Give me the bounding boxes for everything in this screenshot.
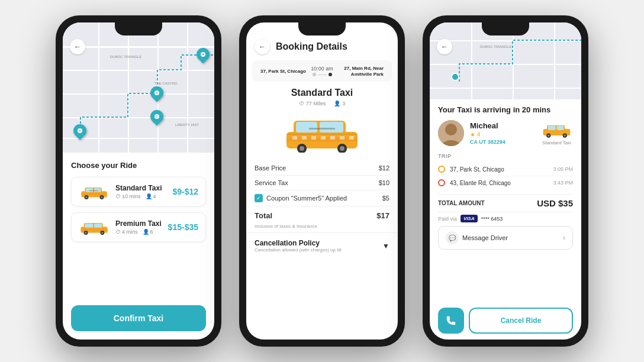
svg-rect-33 bbox=[321, 136, 326, 140]
call-button[interactable] bbox=[438, 308, 464, 334]
standard-taxi-car bbox=[79, 183, 110, 200]
svg-point-46 bbox=[548, 134, 550, 137]
driver-card: Micheal ★ 4 CA UT 382294 bbox=[438, 120, 573, 146]
svg-point-17 bbox=[101, 232, 103, 234]
svg-rect-12 bbox=[85, 224, 93, 228]
phone-1-notch bbox=[115, 22, 162, 35]
cancel-policy-chevron: ▼ bbox=[382, 242, 389, 250]
route-time: 10:00 am bbox=[311, 66, 333, 72]
msg-driver-chevron: › bbox=[563, 234, 565, 242]
premium-taxi-item[interactable]: Premium Taxi ⏱ 4 mins 👤 6 $1 bbox=[71, 212, 206, 242]
phone-3-inner: DUBOC TRIANGLE ← Your Taxi is arriving i… bbox=[430, 22, 581, 340]
svg-rect-29 bbox=[286, 134, 358, 135]
phone-2: ← Booking Details 37, Park St, Chicago 1… bbox=[239, 15, 405, 347]
svg-rect-34 bbox=[330, 136, 335, 140]
map-background: DUBOC TRIANGLE LIBERTY HIST THE CASTRO 1… bbox=[63, 22, 214, 153]
driver-taxi-img: Standard Taxi bbox=[540, 121, 573, 146]
taxi-car-display bbox=[246, 111, 398, 153]
svg-rect-42 bbox=[548, 125, 556, 130]
pricing-total: Total $17 bbox=[255, 206, 389, 224]
cancel-policy: Cancellation Policy Cancellation allowed… bbox=[246, 232, 398, 256]
premium-taxi-info: Premium Taxi ⏱ 4 mins 👤 6 bbox=[110, 219, 168, 235]
svg-point-7 bbox=[101, 196, 102, 198]
coupon-check-icon: ✓ bbox=[255, 194, 263, 202]
svg-rect-21 bbox=[296, 122, 317, 132]
confirm-taxi-button[interactable]: Confirm Taxi bbox=[71, 305, 206, 331]
svg-rect-18 bbox=[80, 229, 107, 231]
phone-3: DUBOC TRIANGLE ← Your Taxi is arriving i… bbox=[423, 15, 588, 347]
arriving-text: Your Taxi is arriving in 20 mins bbox=[438, 105, 573, 114]
standard-taxi-item[interactable]: Standard Taxi ⏱ 10 mins 👤 4 bbox=[71, 177, 206, 206]
premium-taxi-car bbox=[79, 219, 110, 235]
pricing-base-price: Base Price $12 bbox=[255, 161, 389, 176]
svg-rect-43 bbox=[557, 125, 564, 130]
standard-taxi-price: $9-$12 bbox=[172, 187, 198, 196]
svg-point-25 bbox=[300, 146, 304, 151]
phone-3-notch bbox=[482, 22, 529, 35]
total-section: TOTAL AMOUNT USD $35 bbox=[438, 194, 573, 212]
svg-rect-28 bbox=[309, 128, 335, 130]
driver-info: Micheal ★ 4 CA UT 382294 bbox=[470, 121, 534, 145]
pricing-service-tax: Service Tax $10 bbox=[255, 176, 389, 190]
svg-rect-32 bbox=[311, 136, 316, 140]
bottom-actions: Cancel Ride bbox=[430, 308, 581, 340]
pricing-table: Base Price $12 Service Tax $10 ✓ Coupon … bbox=[246, 161, 398, 224]
premium-taxi-price: $15-$35 bbox=[168, 222, 198, 232]
svg-rect-9 bbox=[89, 190, 98, 191]
message-icon: 💬 bbox=[446, 231, 459, 244]
dropoff-icon bbox=[438, 179, 445, 186]
svg-rect-30 bbox=[292, 136, 297, 140]
driver-avatar bbox=[438, 120, 464, 146]
card-number: **** 6453 bbox=[481, 216, 503, 222]
tracking-map-pin bbox=[451, 73, 459, 81]
phone-2-inner: ← Booking Details 37, Park St, Chicago 1… bbox=[246, 22, 398, 340]
svg-point-6 bbox=[85, 196, 87, 198]
svg-rect-3 bbox=[94, 188, 101, 192]
svg-point-16 bbox=[85, 232, 86, 234]
svg-rect-8 bbox=[81, 193, 107, 195]
route-to: 27, Main Rd, Near Amitiville Park bbox=[338, 65, 384, 77]
svg-rect-13 bbox=[94, 224, 102, 228]
message-driver-btn[interactable]: 💬 Message Driver › bbox=[438, 226, 573, 250]
phone-1-back-btn[interactable]: ← bbox=[70, 39, 85, 54]
booking-title: Booking Details bbox=[276, 41, 347, 52]
svg-rect-22 bbox=[320, 122, 343, 132]
svg-point-38 bbox=[445, 124, 457, 135]
phone-2-back-btn[interactable]: ← bbox=[255, 39, 270, 54]
phone-2-notch bbox=[298, 22, 346, 35]
svg-point-47 bbox=[564, 134, 566, 137]
taxi-showcase: Standard Taxi ⏱ 77 Miles 👤 3 bbox=[246, 82, 398, 161]
payment-row: Paid via VISA **** 6453 bbox=[438, 215, 573, 222]
pricing-coupon: ✓ Coupon "Summer5" Applied $5 bbox=[255, 190, 389, 206]
phones-container: DUBOC TRIANGLE LIBERTY HIST THE CASTRO 1… bbox=[0, 4, 644, 358]
pickup-icon bbox=[438, 166, 445, 173]
trip-stop-pickup: 37, Park St, Chicago 3:05 PM bbox=[438, 163, 573, 176]
phone-1: DUBOC TRIANGLE LIBERTY HIST THE CASTRO 1… bbox=[56, 15, 221, 347]
visa-logo: VISA bbox=[461, 215, 478, 222]
svg-rect-31 bbox=[302, 136, 307, 140]
ride-list-title: Choose your Ride bbox=[71, 161, 206, 170]
phone-1-inner: DUBOC TRIANGLE LIBERTY HIST THE CASTRO 1… bbox=[63, 22, 214, 340]
cancel-ride-button[interactable]: Cancel Ride bbox=[469, 308, 573, 334]
svg-rect-2 bbox=[86, 188, 93, 192]
svg-rect-35 bbox=[340, 136, 344, 140]
route-from: 37, Park St, Chicago bbox=[260, 68, 306, 74]
svg-point-27 bbox=[340, 146, 344, 151]
pricing-note: Inclusive of taxes & insurance bbox=[246, 224, 398, 229]
trip-section: TRIP 37, Park St, Chicago 3:05 PM 43, El… bbox=[438, 153, 573, 189]
tracking-content: Your Taxi is arriving in 20 mins Micheal… bbox=[430, 99, 581, 308]
phone-3-back-btn[interactable]: ← bbox=[437, 39, 452, 54]
phone-1-map: DUBOC TRIANGLE LIBERTY HIST THE CASTRO 1… bbox=[63, 22, 214, 153]
trip-stop-dropoff: 43, Elante Rd, Chicago 3:43 PM bbox=[438, 176, 573, 189]
route-bar: 37, Park St, Chicago 10:00 am 27, Main R… bbox=[252, 60, 392, 82]
standard-taxi-info: Standard Taxi ⏱ 10 mins 👤 4 bbox=[110, 184, 172, 199]
svg-rect-36 bbox=[349, 136, 354, 140]
phone-1-ride-list: Choose your Ride bbox=[63, 153, 214, 299]
